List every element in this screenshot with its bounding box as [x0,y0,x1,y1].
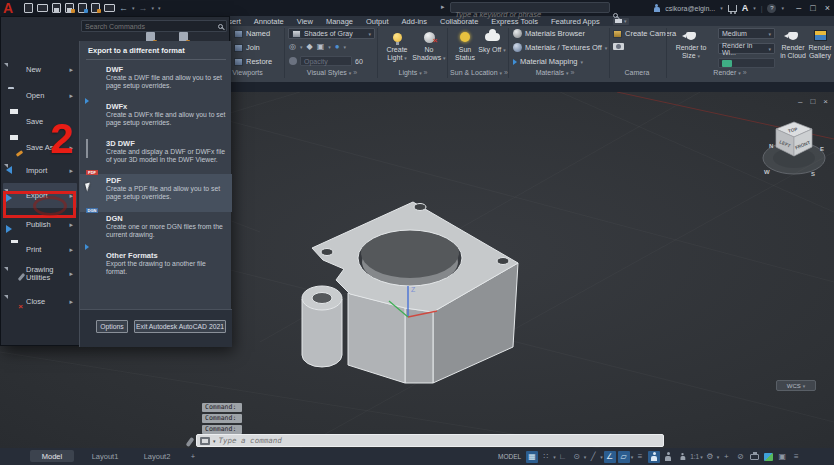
isodraft-icon[interactable]: ╱ [587,451,599,463]
cart-icon[interactable] [728,5,737,12]
workspace-gear-icon[interactable]: ⚙ [704,451,716,463]
drawing-minimize-icon[interactable]: – [798,97,802,106]
wcs-selector[interactable]: WCS ▾ [776,380,816,391]
tab-layout1[interactable]: Layout1 [82,450,128,462]
command-input[interactable] [219,436,660,445]
lineweight-icon[interactable]: ≡ [634,451,646,463]
plot-icon[interactable] [78,3,87,13]
chevron-down-icon[interactable]: ▾ [152,5,155,11]
new-layout-button[interactable]: + [186,450,200,462]
isolate-objects-icon[interactable]: ⊘ [734,451,746,463]
username[interactable]: csikora@elgin... [665,5,715,12]
chevron-down-icon[interactable]: ▾ [553,454,556,460]
facet-style-icon[interactable]: ◎ [289,42,296,51]
chevron-down-icon[interactable]: ▾ [584,454,587,460]
print-icon[interactable] [104,4,115,12]
camera-icon[interactable] [613,43,624,50]
tab-output[interactable]: Output [366,17,389,26]
panel-launcher-icon[interactable]: » [353,69,357,76]
render-to-size-button[interactable]: Render to Size ▾ [668,28,714,60]
tab-view[interactable]: View [297,17,313,26]
panel-launcher-icon[interactable]: » [570,69,574,76]
viewport-join-button[interactable]: Join [234,43,260,52]
minimize-icon[interactable]: – [796,3,801,13]
materials-textures-button[interactable]: Materials / Textures Off▾ [513,43,607,52]
chevron-down-icon[interactable]: ▾ [717,454,720,460]
chevron-down-icon[interactable]: ▾ [720,5,723,11]
panel-launcher-icon[interactable]: » [743,69,747,76]
panel-label-materials[interactable]: Materials ▾ » [520,69,590,76]
menu-item-open[interactable]: Open▸ [3,83,77,108]
submenu-item-dwf[interactable]: DWF Create a DWF file and allow you to s… [80,63,232,100]
annotation-monitor-icon[interactable]: + [720,451,732,463]
play-icon[interactable]: ▸ [441,3,445,11]
menu-item-print[interactable]: Print▸ [3,237,77,262]
chevron-down-icon[interactable]: ▾ [781,5,784,11]
menu-item-drawing-utilities[interactable]: Drawing Utilities▸ [3,261,77,286]
materials-browser-button[interactable]: Materials Browser [513,29,585,38]
maximize-icon[interactable]: □ [810,3,815,13]
search-icon[interactable] [613,13,618,18]
submenu-item-dwfx[interactable]: DWFx Create a DWFx file and allow you to… [80,100,232,137]
chevron-down-icon[interactable]: ▾ [132,5,135,11]
snap-toggle-icon[interactable]: ∷ [540,451,552,463]
command-line[interactable]: ▾ [196,434,664,447]
transmit-icon[interactable] [91,3,100,13]
3d-model[interactable]: Z [250,150,590,410]
annotation-scale-value[interactable]: 1:1 [690,453,699,460]
render-destination-dropdown[interactable]: Render in Wi...▾ [718,43,775,54]
compass-e[interactable]: E [820,146,824,152]
graphics-performance-icon[interactable] [762,451,774,463]
panel-label-camera[interactable]: Camera [613,69,661,76]
submenu-item-dgn[interactable]: DGN DGN Create one or more DGN files fro… [80,212,232,249]
no-shadows-button[interactable]: × No Shadows ▾ [412,30,446,62]
exit-button[interactable]: Exit Autodesk AutoCAD 2021 [134,320,226,333]
tab-model[interactable]: Model [30,450,74,462]
panel-label-lights[interactable]: Lights ▾ » [383,69,443,76]
clean-screen-icon[interactable]: ▣ [776,451,788,463]
help-icon[interactable]: ? [767,4,776,13]
help-search[interactable] [450,2,610,13]
plot-status-icon[interactable] [748,451,760,463]
submenu-item-other-formats[interactable]: Other Formats Export the drawing to anot… [80,249,232,289]
viewcube[interactable]: N E S W TOP LEFT FRONT [758,106,830,206]
material-mapping-button[interactable]: Material Mapping▾ [513,57,583,66]
chevron-down-icon[interactable]: ▾ [753,5,756,11]
visual-style-dropdown[interactable]: Shades of Gray ▾ [288,28,375,39]
tab-annotate[interactable]: Annotate [254,17,284,26]
open-icon[interactable] [37,4,48,12]
object-snap-icon[interactable]: ▱ [618,451,630,463]
menu-item-new[interactable]: New▸ [3,57,77,82]
customization-menu-icon[interactable]: ≡ [790,451,802,463]
options-button[interactable]: Options [96,320,128,333]
render-in-cloud-button[interactable]: Render in Cloud [778,28,808,60]
submenu-item-3d-dwf[interactable]: 3D DWF Create and display a DWF or DWFx … [80,137,232,174]
autodesk-a-icon[interactable]: A [742,3,749,13]
model-space-label[interactable]: MODEL [498,453,521,460]
sun-status-button[interactable]: Sun Status [450,30,480,62]
save-icon[interactable] [52,3,61,13]
user-icon[interactable] [653,4,660,13]
menu-item-close[interactable]: ×Close▸ [3,289,77,314]
tab-manage[interactable]: Manage [326,17,353,26]
panel-label-render[interactable]: Render ▾ » [700,69,760,76]
render-output-field[interactable] [718,58,775,68]
undo-icon[interactable]: ← [119,3,128,13]
sphere-style-icon[interactable]: ● [335,42,340,51]
panel-label-sun[interactable]: Sun & Location ▾ » [446,69,512,76]
create-light-button[interactable]: Create Light ▾ [380,30,414,62]
qat-customize-icon[interactable]: ▾ [158,5,161,11]
chevron-down-icon[interactable]: ▾ [600,454,603,460]
compass-n[interactable]: N [769,143,773,149]
menu-search-input[interactable] [85,23,218,30]
edge-style-icon[interactable]: ◆ [307,42,313,51]
tab-layout2[interactable]: Layout2 [134,450,180,462]
tab-add-ins[interactable]: Add-ins [402,17,427,26]
save-as-icon[interactable] [65,3,74,13]
panel-label-visual-styles[interactable]: Visual Styles ▾ » [292,69,372,76]
app-logo[interactable]: A [3,0,13,16]
drawing-restore-icon[interactable]: □ [810,97,815,106]
viewport-named-button[interactable]: Named [234,29,270,38]
panel-launcher-icon[interactable]: » [424,69,428,76]
grid-toggle-icon[interactable]: ▦ [526,451,538,463]
